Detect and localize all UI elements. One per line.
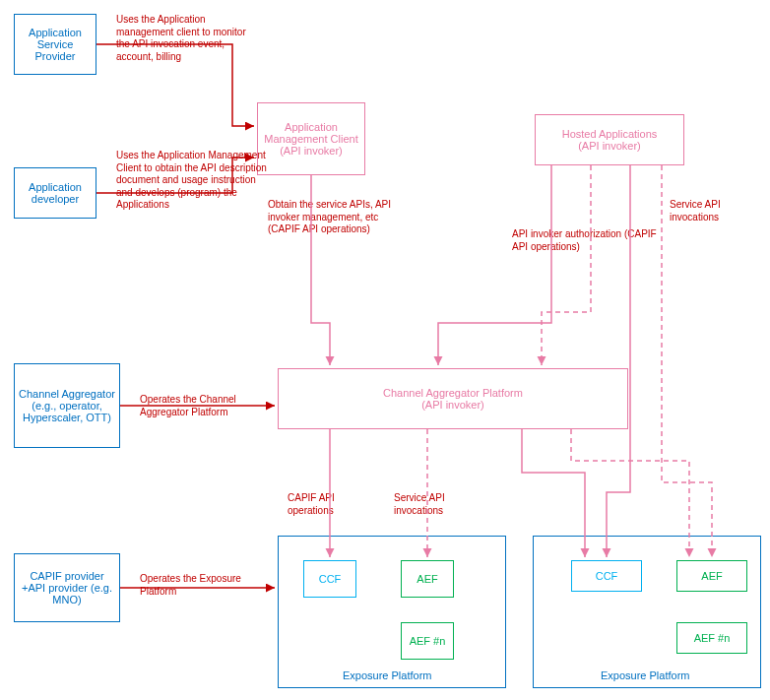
label-hosted-svc: Service API invocations (670, 199, 748, 223)
aefn-1-label: AEF #n (406, 635, 449, 647)
ep1-label: Exposure Platform (343, 669, 431, 681)
hosted-title: Hosted Applications (540, 128, 679, 140)
actor-ca-label: Channel Aggregator (e.g., operator, Hype… (19, 388, 115, 423)
aefn-2: AEF #n (676, 622, 747, 654)
actor-adev-label: Application developer (19, 181, 92, 205)
hosted-sub: (API invoker) (540, 140, 679, 152)
ccf-1-label: CCF (308, 573, 352, 585)
aef-2: AEF (676, 560, 747, 592)
label-cap-capif: CAPIF API operations (288, 492, 366, 517)
aef-2-label: AEF (681, 570, 742, 582)
exposure-platform-2 (533, 536, 761, 688)
actor-adev: Application developer (14, 167, 96, 219)
amc-sub: (API invoker) (262, 145, 360, 157)
ccf-1: CCF (303, 560, 356, 598)
aefn-1: AEF #n (401, 622, 454, 660)
ccf-2: CCF (571, 560, 642, 592)
actor-capifp-label: CAPIF provider +API provider (e.g. MNO) (19, 570, 115, 605)
label-hosted-auth: API invoker authorization (CAPIF API ope… (512, 228, 660, 253)
actor-ca: Channel Aggregator (e.g., operator, Hype… (14, 363, 120, 448)
actor-asp-label: Application Service Provider (19, 27, 92, 62)
label-ca-cap: Operates the Channel Aggregator Platform (140, 394, 258, 418)
component-amc: Application Management Client (API invok… (257, 102, 365, 175)
actor-capifp: CAPIF provider +API provider (e.g. MNO) (14, 553, 120, 622)
label-asp-amc: Uses the Application management client t… (116, 14, 246, 63)
component-hosted: Hosted Applications (API invoker) (535, 114, 684, 165)
label-capifp-ep: Operates the Exposure Platform (140, 573, 258, 598)
label-adev-amc: Uses the Application Management Client t… (116, 150, 270, 212)
aef-1-label: AEF (406, 573, 449, 585)
cap-sub: (API invoker) (283, 399, 623, 411)
aefn-2-label: AEF #n (681, 632, 742, 644)
amc-title: Application Management Client (262, 121, 360, 145)
component-cap: Channel Aggregator Platform (API invoker… (278, 368, 628, 429)
actor-asp: Application Service Provider (14, 14, 96, 75)
label-cap-svc: Service API invocations (394, 492, 473, 517)
cap-title: Channel Aggregator Platform (283, 387, 623, 399)
ccf-2-label: CCF (576, 570, 637, 582)
exposure-platform-1 (278, 536, 506, 688)
aef-1: AEF (401, 560, 454, 598)
ep2-label: Exposure Platform (601, 669, 689, 681)
label-amc-down: Obtain the service APIs, API invoker man… (268, 199, 394, 236)
